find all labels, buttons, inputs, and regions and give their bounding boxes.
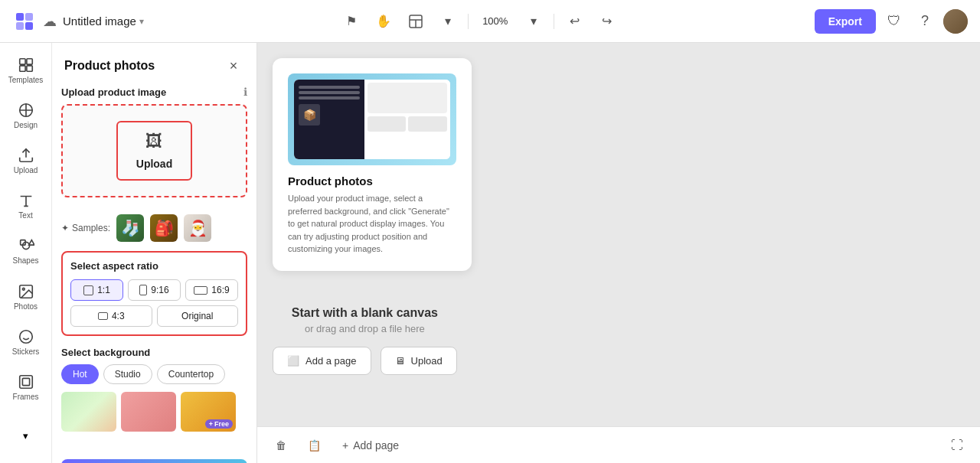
samples-label: ✦ Samples:: [61, 223, 110, 233]
generate-button[interactable]: Generate: [61, 459, 247, 463]
add-page-canvas-btn[interactable]: ⬜ Add a page: [273, 347, 371, 375]
sidebar-item-stickers[interactable]: Stickers: [5, 321, 47, 363]
sidebar-item-templates[interactable]: Templates: [5, 49, 47, 91]
plus-icon: +: [342, 439, 348, 452]
sidebar-item-text[interactable]: Text: [5, 185, 47, 227]
svg-point-17: [22, 288, 24, 290]
app-logo[interactable]: [12, 9, 37, 34]
upload-image-icon: 🖼: [145, 132, 162, 152]
doc-title-container[interactable]: Untitled image ▾: [63, 15, 144, 28]
topbar-right: Export 🛡 ?: [815, 9, 968, 34]
blank-canvas-actions: ⬜ Add a page 🖥 Upload: [273, 347, 457, 375]
help-btn[interactable]: ?: [913, 9, 937, 34]
expand-icon-btn[interactable]: ⛶: [946, 434, 968, 457]
svg-rect-22: [22, 379, 29, 386]
chevron-down-icon: ▾: [23, 430, 28, 442]
sidebar-item-shapes[interactable]: Shapes: [5, 230, 47, 272]
topbar-left: ☁ Untitled image ▾: [12, 9, 144, 34]
panel-header: Product photos ×: [52, 43, 256, 86]
generate-section: Generate: [52, 452, 256, 463]
doc-title-chevron: ▾: [139, 16, 144, 27]
blank-canvas-title: Start with a blank canvas: [292, 306, 438, 320]
bottom-bar: 🗑 📋 + Add page ⛶: [257, 426, 980, 463]
redo-btn[interactable]: ↪: [594, 9, 619, 34]
aspect-btn-original[interactable]: Original: [157, 305, 239, 327]
add-page-canvas-label: Add a page: [305, 355, 357, 367]
bg-tab-countertop[interactable]: Countertop: [157, 364, 225, 384]
aspect-ratio-section: Select aspect ratio 1:1 9:16 16:9: [61, 251, 247, 336]
bg-thumb-1[interactable]: [61, 392, 116, 432]
sidebar-item-photos[interactable]: Photos: [5, 276, 47, 318]
upload-canvas-btn[interactable]: 🖥 Upload: [381, 347, 457, 375]
main-layout: Templates Design Upload Text: [0, 43, 980, 463]
upload-section-label: Upload product image: [61, 86, 166, 98]
sidebar-collapse-btn[interactable]: ▾: [5, 415, 47, 457]
aspect-grid: 1:1 9:16 16:9: [70, 279, 238, 301]
aspect-row2: 4:3 Original: [70, 305, 238, 327]
bg-tab-studio[interactable]: Studio: [103, 364, 152, 384]
hand-tool-btn[interactable]: ✋: [371, 9, 396, 34]
aspect-btn-4-3[interactable]: 4:3: [70, 305, 152, 327]
svg-rect-9: [19, 66, 24, 71]
copy-icon: 📋: [308, 439, 321, 452]
panel-sidebar: Product photos × Upload product image ℹ …: [52, 43, 257, 463]
upload-info-btn[interactable]: ℹ: [243, 86, 247, 98]
aspect-label-1-1: 1:1: [97, 285, 110, 295]
free-badge: Free: [205, 419, 233, 429]
aspect-label-9-16: 9:16: [151, 285, 168, 295]
add-page-bottom-btn[interactable]: + Add page: [336, 435, 405, 456]
layout-chevron-btn[interactable]: ▾: [436, 9, 460, 34]
trash-icon: 🗑: [276, 439, 286, 452]
bg-thumb-3[interactable]: Free: [181, 392, 236, 432]
sidebar-item-stickers-label: Stickers: [12, 347, 40, 356]
sidebar-item-upload-label: Upload: [14, 166, 38, 174]
add-page-bottom-label: Add page: [353, 439, 399, 452]
sidebar-bar-3: [299, 96, 360, 99]
ratio-icon-tall: [139, 285, 147, 295]
card-preview: 📦: [288, 73, 456, 165]
upload-area[interactable]: 🖼 Upload: [61, 104, 247, 197]
copy-page-btn[interactable]: 📋: [302, 435, 327, 456]
user-avatar[interactable]: [943, 9, 968, 34]
export-button[interactable]: Export: [815, 9, 876, 34]
upload-section: Upload product image ℹ 🖼 Upload: [52, 86, 256, 208]
aspect-btn-9-16[interactable]: 9:16: [128, 279, 181, 301]
bg-thumb-1-preview: [61, 392, 116, 432]
upload-section-header: Upload product image ℹ: [61, 86, 247, 98]
sidebar-bar-2: [299, 91, 360, 94]
sidebar-item-frames[interactable]: Frames: [5, 367, 47, 409]
sample-thumb-1[interactable]: 🧦: [116, 214, 144, 242]
sample-thumb-2[interactable]: 🎒: [150, 214, 178, 242]
divider-1: [468, 14, 469, 29]
zoom-level-btn[interactable]: 100%: [476, 12, 514, 30]
sidebar-item-shapes-label: Shapes: [13, 256, 39, 265]
sample-thumb-3[interactable]: 🎅: [184, 214, 211, 242]
card-title: Product photos: [288, 174, 456, 187]
layout-tool-btn[interactable]: [403, 9, 428, 34]
undo-btn[interactable]: ↩: [562, 9, 586, 34]
upload-canvas-label: Upload: [411, 355, 443, 367]
upload-inner: 🖼 Upload: [116, 121, 192, 181]
sidebar-item-upload[interactable]: Upload: [5, 139, 47, 181]
svg-point-18: [19, 331, 32, 344]
bg-thumb-2[interactable]: [121, 392, 176, 432]
cloud-icon: ☁: [43, 13, 57, 30]
upload-btn-text: Upload: [136, 158, 172, 170]
bg-thumb-2-preview: [121, 392, 176, 432]
bg-tab-hot[interactable]: Hot: [61, 364, 99, 384]
aspect-label-original: Original: [181, 311, 213, 321]
product-photos-card: 📦 Product photos Upload your p: [273, 58, 472, 271]
shield-btn[interactable]: 🛡: [882, 9, 906, 34]
divider-2: [554, 14, 554, 29]
bottom-right: ⛶: [946, 434, 968, 457]
aspect-btn-16-9[interactable]: 16:9: [185, 279, 238, 301]
delete-page-btn[interactable]: 🗑: [270, 435, 292, 456]
preview-small-row: [368, 116, 447, 132]
panel-close-btn[interactable]: ×: [223, 55, 244, 77]
aspect-btn-1-1[interactable]: 1:1: [70, 279, 123, 301]
doc-title-text: Untitled image: [63, 15, 136, 28]
svg-rect-1: [25, 13, 33, 21]
flag-tool-btn[interactable]: ⚑: [339, 9, 364, 34]
zoom-chevron-btn[interactable]: ▾: [521, 9, 546, 34]
sidebar-item-design[interactable]: Design: [5, 94, 47, 136]
